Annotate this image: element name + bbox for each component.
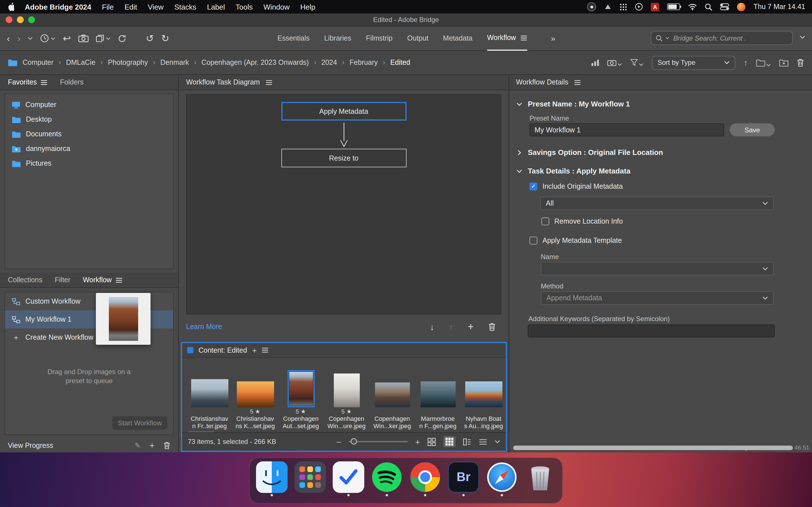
tab-filter[interactable]: Filter	[55, 276, 70, 284]
dock-bridge[interactable]: Br	[448, 461, 479, 496]
include-original-checkbox[interactable]: ✓	[529, 182, 538, 190]
user-avatar-icon[interactable]	[737, 3, 746, 11]
close-button[interactable]	[6, 16, 12, 23]
thumbnail-size-slider[interactable]	[349, 441, 408, 442]
content-add-button[interactable]: +	[252, 346, 257, 355]
photo-thumbnail[interactable]	[465, 381, 502, 407]
learn-more-link[interactable]: Learn More	[186, 323, 222, 331]
file-thumbnail[interactable]: 5 ★ Christianshav ns K...set.jpeg	[232, 357, 278, 431]
template-method-dropdown[interactable]: Append Metadata	[541, 291, 774, 305]
workflow-diagram-canvas[interactable]: Apply Metadata Resize to	[186, 94, 501, 314]
workspace-menu-icon[interactable]	[520, 35, 527, 40]
zoom-button[interactable]	[28, 16, 35, 23]
apple-menu[interactable]	[7, 2, 14, 11]
dock-finder[interactable]	[256, 461, 288, 496]
apply-template-row[interactable]: Apply Metadata Template	[529, 237, 622, 244]
tab-workflow[interactable]: Workflow	[487, 26, 527, 50]
favorites-item-computer[interactable]: Computer	[5, 98, 173, 112]
panel-menu-icon[interactable]	[116, 277, 122, 283]
move-task-up-button[interactable]: ↑	[449, 322, 453, 332]
filter-rating-icon[interactable]	[592, 59, 599, 66]
metadata-scope-dropdown[interactable]: All	[540, 196, 774, 210]
menu-edit[interactable]: Edit	[124, 3, 137, 11]
crumb-edited[interactable]: Edited	[390, 59, 410, 66]
menubar-app-name[interactable]: Adobe Bridge 2024	[25, 3, 91, 11]
tab-collections[interactable]: Collections	[8, 276, 42, 284]
zoom-in-button[interactable]: +	[415, 437, 420, 446]
tab-workflow-panel[interactable]: Workflow	[83, 276, 122, 284]
keywords-input[interactable]	[528, 325, 775, 337]
delete-task-button[interactable]	[488, 323, 496, 331]
nav-history-chevron[interactable]	[28, 37, 33, 40]
rotate-ccw-button[interactable]: ↺	[146, 34, 154, 43]
file-thumbnail-selected[interactable]: 5 ★ Copenhagen Aut...set.jpeg	[278, 357, 324, 431]
tab-favorites[interactable]: Favorites	[8, 78, 48, 86]
tab-essentials[interactable]: Essentials	[277, 34, 310, 42]
start-workflow-button[interactable]: Start Workflow	[112, 416, 167, 430]
savings-option-section[interactable]: Savings Option : Original File Location	[516, 148, 663, 157]
keywords-field[interactable]	[528, 325, 775, 337]
crumb-computer[interactable]: Computer	[22, 59, 54, 66]
menubar-play-icon[interactable]	[635, 3, 643, 11]
task-node-resize-to[interactable]: Resize to	[281, 149, 406, 167]
preset-name-field[interactable]	[529, 123, 724, 136]
thumbnail-view-button-active[interactable]	[443, 436, 456, 447]
import-dropdown-button[interactable]	[607, 59, 622, 66]
delete-item-button[interactable]	[797, 58, 804, 67]
details-view-button[interactable]	[463, 438, 471, 445]
dock-spotify[interactable]	[371, 461, 403, 496]
menu-help[interactable]: Help	[300, 3, 315, 11]
save-button[interactable]: Save	[730, 123, 775, 136]
more-workspaces-button[interactable]: »	[551, 34, 555, 43]
refresh-button[interactable]	[117, 34, 126, 43]
grid-view-button[interactable]	[427, 438, 436, 446]
boomerang-return-button[interactable]: ↩	[63, 34, 71, 43]
search-input[interactable]	[672, 34, 788, 43]
file-thumbnail[interactable]: 5 ★ Copenhagen Win...ure.jpeg	[324, 357, 369, 431]
back-button[interactable]: ‹	[7, 34, 10, 43]
menu-label[interactable]: Label	[207, 3, 225, 11]
panel-menu-icon[interactable]	[41, 80, 48, 85]
task-node-apply-metadata[interactable]: Apply Metadata	[281, 102, 406, 121]
bridge-search-field[interactable]	[651, 31, 793, 45]
photo-thumbnail[interactable]	[375, 383, 410, 407]
view-options-chevron[interactable]	[495, 440, 500, 443]
spotlight-icon[interactable]	[705, 3, 712, 10]
crumb-photography[interactable]: Photography	[108, 59, 148, 66]
view-progress-label[interactable]: View Progress	[8, 441, 53, 449]
sort-ascending-button[interactable]: ↑	[744, 58, 748, 67]
apply-template-checkbox[interactable]	[529, 237, 538, 244]
delete-preset-button[interactable]	[163, 441, 170, 449]
rotate-cw-button[interactable]: ↻	[161, 34, 169, 43]
photo-thumbnail[interactable]	[420, 381, 455, 407]
tab-folders[interactable]: Folders	[60, 78, 84, 86]
copy-to-button[interactable]	[96, 34, 110, 42]
photo-thumbnail[interactable]	[237, 381, 274, 407]
favorites-item-dannymaiorca[interactable]: dannymaiorca	[5, 142, 173, 156]
dock-launchpad[interactable]	[294, 461, 326, 496]
add-task-button[interactable]: +	[468, 321, 474, 333]
preset-name-input[interactable]	[529, 123, 724, 136]
task-details-section[interactable]: Task Details : Apply Metadata	[516, 167, 630, 175]
dock-things[interactable]	[333, 461, 364, 496]
menubar-clock[interactable]: Thu 7 Mar 14.41	[754, 3, 805, 11]
panel-menu-icon[interactable]	[266, 80, 272, 85]
new-folder-button[interactable]	[779, 59, 788, 66]
menu-file[interactable]: File	[102, 3, 114, 11]
menu-stacks[interactable]: Stacks	[174, 3, 196, 11]
zoom-out-button[interactable]: −	[336, 437, 342, 446]
control-center-icon[interactable]	[720, 3, 729, 10]
crumb-denmark[interactable]: Denmark	[160, 59, 189, 66]
favorites-item-documents[interactable]: Documents	[5, 127, 173, 142]
menubar-grid-icon[interactable]	[620, 3, 627, 10]
photo-thumbnail[interactable]	[289, 372, 313, 406]
remove-location-checkbox[interactable]	[541, 217, 549, 225]
photo-thumbnail[interactable]	[191, 379, 228, 407]
battery-icon[interactable]	[667, 3, 680, 10]
photo-thumbnail[interactable]	[334, 374, 359, 407]
menu-window[interactable]: Window	[264, 3, 290, 11]
recent-files-button[interactable]	[40, 34, 56, 43]
panel-menu-icon[interactable]	[262, 348, 269, 353]
open-recent-folder-button[interactable]	[756, 59, 771, 66]
list-view-button[interactable]	[479, 439, 487, 445]
